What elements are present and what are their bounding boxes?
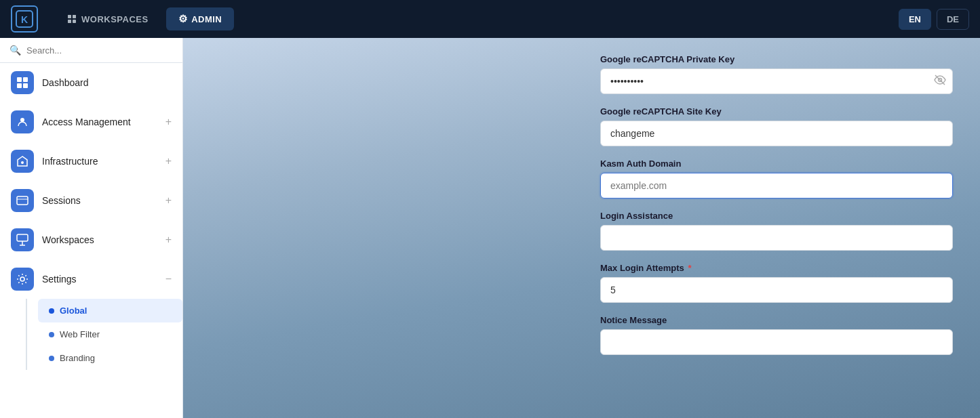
recaptcha-private-key-label: Google reCAPTCHA Private Key (600, 54, 953, 64)
top-navbar: K WORKSPACES ⚙ ADMIN EN DE (0, 0, 980, 38)
sidebar-item-infrastructure[interactable]: Infrastructure + (0, 142, 182, 181)
gear-icon: ⚙ (178, 13, 188, 25)
web-filter-dot (49, 332, 54, 337)
toggle-password-visibility-button[interactable] (934, 74, 946, 89)
recaptcha-private-key-wrap (600, 68, 953, 94)
eye-icon (934, 74, 946, 86)
sidebar-item-settings[interactable]: Settings − (0, 259, 182, 299)
logo: K (11, 5, 38, 33)
kasm-auth-domain-group: Kasm Auth Domain (600, 159, 953, 198)
svg-rect-14 (17, 234, 28, 241)
workspaces-nav-label: WORKSPACES (81, 14, 149, 24)
access-management-expand-icon: + (165, 116, 172, 128)
settings-expand-icon: − (165, 273, 172, 285)
dashboard-icon (11, 71, 34, 94)
svg-rect-9 (23, 83, 28, 88)
lang-en-button[interactable]: EN (899, 9, 931, 30)
max-login-attempts-group: Max Login Attempts * (600, 263, 953, 303)
kasm-auth-domain-label: Kasm Auth Domain (600, 159, 953, 169)
search-box: 🔍 (0, 38, 182, 63)
sidebar-subitem-branding[interactable]: Branding (38, 346, 182, 370)
branding-dot (49, 356, 54, 361)
access-management-icon (11, 110, 34, 133)
recaptcha-site-key-group: Google reCAPTCHA Site Key (600, 106, 953, 146)
sidebar-item-sessions[interactable]: Sessions + (0, 181, 182, 220)
login-assistance-group: Login Assistance (600, 211, 953, 251)
recaptcha-private-key-group: Google reCAPTCHA Private Key (600, 54, 953, 94)
required-indicator: * (688, 263, 691, 273)
max-login-attempts-label: Max Login Attempts * (600, 263, 953, 273)
settings-subitems: Global Web Filter Branding (0, 299, 182, 370)
login-assistance-input[interactable] (600, 225, 953, 251)
sidebar-item-dashboard[interactable]: Dashboard (0, 63, 182, 102)
sidebar-subitem-global[interactable]: Global (38, 299, 182, 322)
svg-rect-6 (17, 77, 22, 82)
form-panel: Google reCAPTCHA Private Key Google reCA… (600, 54, 953, 355)
svg-rect-7 (23, 77, 28, 82)
workspaces-icon (66, 14, 77, 24)
max-login-attempts-input[interactable] (600, 277, 953, 303)
sidebar-item-access-management-label: Access Management (42, 117, 157, 127)
search-icon: 🔍 (9, 45, 21, 56)
login-assistance-label: Login Assistance (600, 211, 953, 221)
lang-de-button[interactable]: DE (937, 9, 969, 30)
svg-point-10 (20, 118, 24, 122)
sidebar-item-access-management[interactable]: Access Management + (0, 102, 182, 142)
sidebar-item-sessions-label: Sessions (42, 195, 157, 206)
kasm-auth-domain-input[interactable] (600, 173, 953, 198)
workspaces-sidebar-icon (11, 228, 34, 251)
admin-nav-label: ADMIN (191, 14, 222, 24)
svg-rect-2 (68, 15, 71, 18)
recaptcha-site-key-input[interactable] (600, 121, 953, 146)
sidebar-item-infrastructure-label: Infrastructure (42, 156, 157, 167)
sidebar-item-workspaces[interactable]: Workspaces + (0, 220, 182, 259)
recaptcha-site-key-label: Google reCAPTCHA Site Key (600, 106, 953, 117)
main-layout: 🔍 Dashboard Access Management + Infrastr… (0, 38, 980, 418)
svg-rect-3 (73, 15, 76, 18)
notice-message-group: Notice Message (600, 315, 953, 355)
search-input[interactable] (26, 45, 173, 56)
sessions-expand-icon: + (165, 194, 172, 207)
workspaces-nav-button[interactable]: WORKSPACES (54, 8, 161, 30)
svg-text:K: K (21, 14, 28, 25)
sidebar: 🔍 Dashboard Access Management + Infrastr… (0, 38, 183, 418)
infrastructure-icon (11, 150, 34, 173)
global-dot (49, 308, 54, 314)
recaptcha-private-key-input[interactable] (600, 68, 953, 94)
svg-rect-12 (17, 196, 28, 205)
svg-rect-5 (73, 20, 76, 23)
sessions-icon (11, 189, 34, 212)
admin-nav-button[interactable]: ⚙ ADMIN (166, 7, 235, 30)
sidebar-subitem-web-filter[interactable]: Web Filter (38, 322, 182, 346)
notice-message-label: Notice Message (600, 315, 953, 325)
svg-rect-8 (17, 83, 22, 88)
sidebar-item-settings-label: Settings (42, 274, 157, 285)
workspaces-expand-icon: + (165, 234, 172, 246)
sidebar-item-dashboard-label: Dashboard (42, 77, 172, 88)
notice-message-input[interactable] (600, 329, 953, 355)
svg-point-15 (20, 277, 24, 281)
svg-point-11 (21, 161, 24, 164)
settings-icon (11, 268, 34, 291)
infrastructure-expand-icon: + (165, 155, 172, 167)
sidebar-item-workspaces-label: Workspaces (42, 234, 157, 245)
svg-rect-4 (68, 20, 71, 23)
content-area: Google reCAPTCHA Private Key Google reCA… (183, 38, 980, 418)
